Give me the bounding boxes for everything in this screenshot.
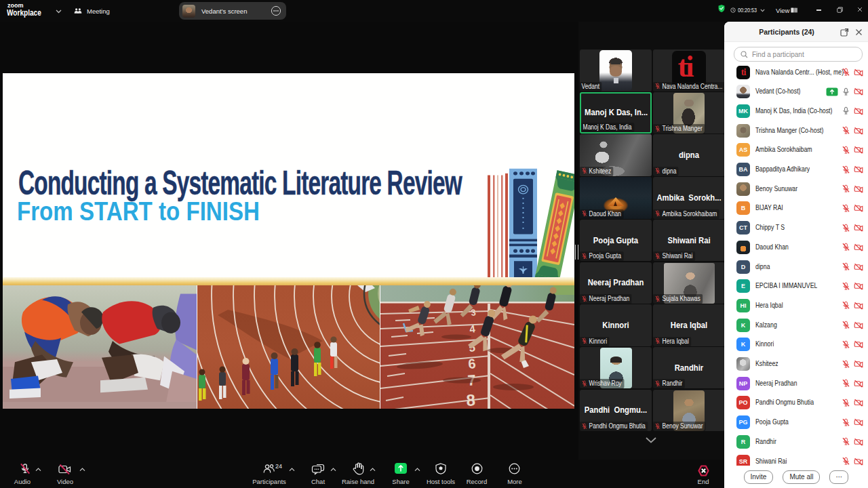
svg-text:8: 8: [466, 390, 476, 409]
svg-text:6: 6: [467, 356, 476, 371]
